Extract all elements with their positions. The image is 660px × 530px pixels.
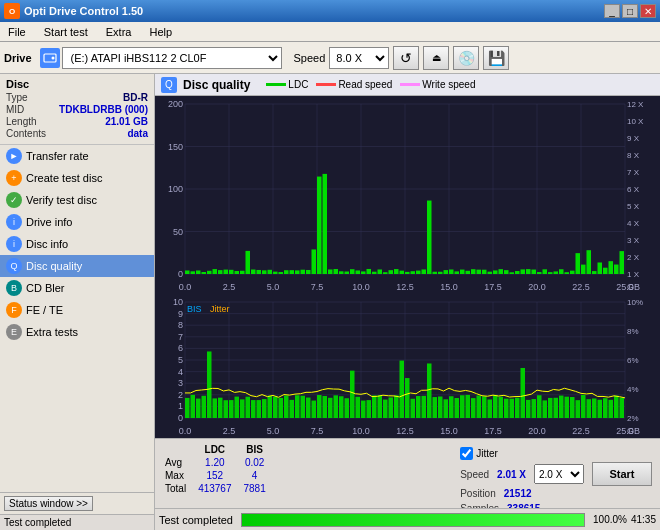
- stats-speed-row: Speed 2.01 X 2.0 X: [460, 464, 584, 484]
- sidebar-item-disc-info[interactable]: i Disc info: [0, 233, 154, 255]
- sidebar-item-drive-info-label: Drive info: [26, 216, 72, 228]
- position-value: 21512: [504, 488, 532, 499]
- sidebar: Disc Type BD-R MID TDKBLDRBB (000) Lengt…: [0, 74, 155, 530]
- jitter-checkbox-row: Jitter: [460, 447, 584, 460]
- status-window-bar: Status window >>: [0, 492, 154, 514]
- disc-button[interactable]: 💿: [453, 46, 479, 70]
- cd-bler-icon: B: [6, 280, 22, 296]
- status-window-button[interactable]: Status window >>: [4, 496, 93, 511]
- eject-button[interactable]: ⏏: [423, 46, 449, 70]
- sidebar-item-extra-tests[interactable]: E Extra tests: [0, 321, 154, 343]
- titlebar-left: O Opti Drive Control 1.50: [4, 3, 143, 19]
- write-color-swatch: [400, 83, 420, 86]
- stats-table: LDC BIS Avg 1.20 0.02 Max 152 4 Total: [159, 443, 272, 495]
- stats-max-label: Max: [159, 469, 192, 482]
- save-button[interactable]: 💾: [483, 46, 509, 70]
- sidebar-item-verify-test-disc[interactable]: ✓ Verify test disc: [0, 189, 154, 211]
- app-icon: O: [4, 3, 20, 19]
- disc-contents-value: data: [127, 128, 148, 139]
- disc-length-value: 21.01 GB: [105, 116, 148, 127]
- stats-total-ldc: 413767: [192, 482, 237, 495]
- stats-total-bis: 7881: [238, 482, 272, 495]
- disc-mid-row: MID TDKBLDRBB (000): [6, 104, 148, 115]
- sidebar-item-disc-info-label: Disc info: [26, 238, 68, 250]
- stats-table-container: LDC BIS Avg 1.20 0.02 Max 152 4 Total: [159, 443, 456, 504]
- minimize-button[interactable]: _: [604, 4, 620, 18]
- speed-select[interactable]: 8.0 X: [329, 47, 389, 69]
- stats-area: LDC BIS Avg 1.20 0.02 Max 152 4 Total: [155, 438, 660, 508]
- sidebar-item-drive-info[interactable]: i Drive info: [0, 211, 154, 233]
- ldc-color-swatch: [266, 83, 286, 86]
- menu-help[interactable]: Help: [145, 25, 176, 39]
- menu-starttest[interactable]: Start test: [40, 25, 92, 39]
- sidebar-item-verify-label: Verify test disc: [26, 194, 97, 206]
- bis-chart: [155, 294, 660, 438]
- progress-bar-container: [241, 513, 585, 527]
- stats-avg-ldc: 1.20: [192, 456, 237, 469]
- bottom-status-text: Test completed: [159, 514, 233, 526]
- elapsed-time: 41:35: [631, 514, 656, 525]
- close-button[interactable]: ✕: [640, 4, 656, 18]
- menu-extra[interactable]: Extra: [102, 25, 136, 39]
- jitter-checkbox[interactable]: [460, 447, 473, 460]
- stats-ldc-header: LDC: [192, 443, 237, 456]
- main-layout: Disc Type BD-R MID TDKBLDRBB (000) Lengt…: [0, 74, 660, 530]
- disc-quality-header: Q Disc quality LDC Read speed Write spee…: [155, 74, 660, 96]
- disc-length-label: Length: [6, 116, 37, 127]
- chart-legend: LDC Read speed Write speed: [266, 79, 475, 90]
- legend-write: Write speed: [400, 79, 475, 90]
- sidebar-item-fe-te[interactable]: F FE / TE: [0, 299, 154, 321]
- disc-mid-value: TDKBLDRBB (000): [59, 104, 148, 115]
- content-area: Q Disc quality LDC Read speed Write spee…: [155, 74, 660, 530]
- sidebar-item-transfer-rate-label: Transfer rate: [26, 150, 89, 162]
- disc-section-title: Disc: [6, 78, 148, 90]
- drive-select[interactable]: (E:) ATAPI iHBS112 2 CL0F: [62, 47, 282, 69]
- maximize-button[interactable]: □: [622, 4, 638, 18]
- ldc-chart: [155, 96, 660, 294]
- start-button[interactable]: Start: [592, 462, 652, 486]
- fe-te-icon: F: [6, 302, 22, 318]
- drive-label: Drive: [4, 52, 32, 64]
- menu-file[interactable]: File: [4, 25, 30, 39]
- stats-avg-label: Avg: [159, 456, 192, 469]
- disc-section: Disc Type BD-R MID TDKBLDRBB (000) Lengt…: [0, 74, 154, 145]
- sidebar-item-cd-bler-label: CD Bler: [26, 282, 65, 294]
- stats-total-label: Total: [159, 482, 192, 495]
- sidebar-item-create-test-disc[interactable]: + Create test disc: [0, 167, 154, 189]
- sidebar-item-create-label: Create test disc: [26, 172, 102, 184]
- disc-quality-header-icon: Q: [161, 77, 177, 93]
- drive-toolbar: Drive (E:) ATAPI iHBS112 2 CL0F Speed 8.…: [0, 42, 660, 74]
- speed-label: Speed: [294, 52, 326, 64]
- legend-read-label: Read speed: [338, 79, 392, 90]
- bottom-status-bar: Test completed 100.0% 41:35: [155, 508, 660, 530]
- test-completed-bar: Test completed: [0, 514, 154, 530]
- menubar: File Start test Extra Help: [0, 22, 660, 42]
- app-title: Opti Drive Control 1.50: [24, 5, 143, 17]
- sidebar-item-cd-bler[interactable]: B CD Bler: [0, 277, 154, 299]
- legend-write-label: Write speed: [422, 79, 475, 90]
- stats-position-row: Position 21512: [460, 488, 584, 499]
- svg-point-1: [51, 56, 54, 59]
- sidebar-item-disc-quality-label: Disc quality: [26, 260, 82, 272]
- disc-type-label: Type: [6, 92, 28, 103]
- disc-mid-label: MID: [6, 104, 24, 115]
- sidebar-item-disc-quality[interactable]: Q Disc quality: [0, 255, 154, 277]
- speed-info-select[interactable]: 2.0 X: [534, 464, 584, 484]
- disc-type-row: Type BD-R: [6, 92, 148, 103]
- disc-contents-label: Contents: [6, 128, 46, 139]
- disc-length-row: Length 21.01 GB: [6, 116, 148, 127]
- verify-test-icon: ✓: [6, 192, 22, 208]
- extra-tests-icon: E: [6, 324, 22, 340]
- drive-icon: [40, 48, 60, 68]
- refresh-button[interactable]: ↺: [393, 46, 419, 70]
- sidebar-bottom: Status window >> Test completed: [0, 492, 154, 530]
- disc-quality-icon: Q: [6, 258, 22, 274]
- start-button-container: Start: [588, 443, 656, 504]
- position-label: Position: [460, 488, 496, 499]
- progress-bar-fill: [242, 514, 584, 526]
- legend-ldc-label: LDC: [288, 79, 308, 90]
- legend-read: Read speed: [316, 79, 392, 90]
- titlebar-controls[interactable]: _ □ ✕: [604, 4, 656, 18]
- stats-avg-bis: 0.02: [238, 456, 272, 469]
- sidebar-item-transfer-rate[interactable]: ► Transfer rate: [0, 145, 154, 167]
